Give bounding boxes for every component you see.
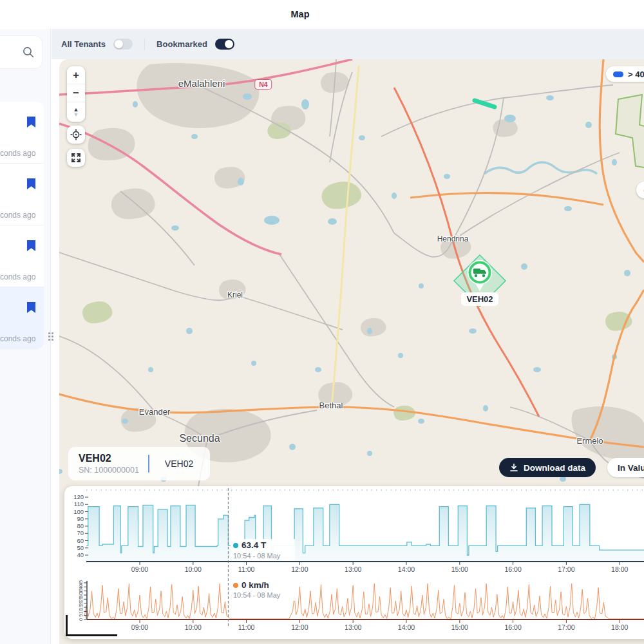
top-bar: Map — [0, 0, 644, 29]
search-input[interactable] — [0, 35, 43, 69]
svg-text:60: 60 — [77, 537, 84, 544]
svg-text:16:00: 16:00 — [504, 565, 521, 573]
svg-text:11:00: 11:00 — [238, 565, 255, 573]
speed-legend: > 40 — [606, 66, 644, 82]
svg-text:70: 70 — [77, 529, 84, 536]
sidebar-resize-handle[interactable] — [48, 332, 55, 344]
vehicle-card-list: conds ago conds ago conds ago conds ago — [0, 102, 44, 349]
speed-line — [85, 583, 644, 619]
vehicle-marker[interactable]: VEH02 — [454, 255, 506, 307]
svg-text:09:00: 09:00 — [131, 623, 148, 631]
legend-text: > 40 — [628, 70, 644, 79]
vehicle-list-item[interactable]: conds ago — [0, 102, 44, 164]
speed-tooltip-value: 0 km/h — [242, 580, 269, 590]
bookmark-icon[interactable] — [26, 240, 36, 252]
locate-button[interactable] — [67, 126, 85, 144]
fullscreen-icon — [71, 153, 81, 163]
legend-color-pill — [613, 71, 623, 77]
svg-text:12:00: 12:00 — [291, 623, 308, 631]
bookmark-icon[interactable] — [26, 178, 36, 190]
road-shield-n4: N4 — [254, 79, 272, 90]
locate-icon — [70, 129, 82, 140]
tilt-control-button[interactable]: ▲ ▼ — [67, 102, 85, 122]
in-values-label: In Values — [618, 463, 644, 473]
download-data-button[interactable]: Download data — [499, 458, 596, 477]
sidebar: conds ago conds ago conds ago conds ago — [0, 29, 51, 644]
zoom-control-group: + − ▲ ▼ — [67, 66, 85, 122]
payload-tooltip-time: 10:54 - 08 May — [233, 552, 281, 560]
last-seen-text: conds ago — [0, 272, 35, 281]
svg-text:45: 45 — [78, 580, 84, 585]
download-label: Download data — [524, 463, 585, 473]
speed-x-ticks: 09:0010:0011:0012:0013:0014:0015:0016:00… — [131, 620, 629, 631]
telemetry-chart-panel: 09:0010:0011:0012:0013:0014:0015:0016:00… — [64, 486, 644, 639]
vehicle-name: VEH02 — [79, 453, 139, 464]
search-icon — [23, 46, 34, 58]
tilt-down-icon: ▼ — [73, 112, 79, 117]
vehicle-serial: SN: 1000000001 — [79, 466, 139, 475]
map-label-emalahleni: eMalahleni — [178, 78, 225, 89]
page-title: Map — [0, 9, 600, 19]
tab-indicator — [148, 455, 149, 473]
svg-text:13:00: 13:00 — [345, 565, 361, 573]
svg-text:40: 40 — [77, 551, 84, 558]
svg-text:11:00: 11:00 — [238, 623, 255, 631]
svg-text:10:00: 10:00 — [185, 623, 202, 631]
svg-text:17:00: 17:00 — [558, 565, 574, 573]
svg-text:09:00: 09:00 — [131, 565, 148, 573]
download-icon — [509, 463, 518, 472]
map-label-evander: Evander — [139, 407, 170, 417]
map-label-bethal: Bethal — [319, 401, 343, 410]
zoom-out-button[interactable]: − — [67, 84, 85, 102]
vehicle-list-item-selected[interactable]: conds ago — [0, 287, 44, 349]
all-tenants-label: All Tenants — [61, 39, 106, 49]
svg-text:17:00: 17:00 — [558, 623, 574, 631]
svg-text:14:00: 14:00 — [398, 565, 415, 573]
svg-text:50: 50 — [77, 544, 84, 551]
vehicle-marker-label: VEH02 — [466, 294, 493, 304]
svg-text:100: 100 — [73, 508, 84, 515]
vehicle-list-item[interactable]: conds ago — [0, 225, 44, 287]
charts-svg[interactable]: 09:0010:0011:0012:0013:0014:0015:0016:00… — [64, 486, 644, 639]
svg-text:16:00: 16:00 — [504, 623, 521, 631]
svg-text:80: 80 — [77, 522, 84, 529]
svg-text:18:00: 18:00 — [611, 565, 628, 573]
vehicle-tab[interactable]: VEH02 — [158, 459, 200, 469]
bookmarked-label: Bookmarked — [156, 39, 207, 49]
svg-text:13:00: 13:00 — [345, 623, 361, 631]
payload-x-ticks: 09:0010:0011:0012:0013:0014:0015:0016:00… — [131, 562, 629, 573]
in-values-button[interactable]: In Values — [607, 458, 644, 477]
payload-area — [86, 504, 644, 562]
payload-tooltip-value: 63.4 T — [242, 540, 267, 550]
map-label-kriel: Kriel — [227, 290, 243, 299]
map-label-ermelo: Ermelo — [576, 436, 603, 446]
vehicle-info-card: VEH02 SN: 1000000001 VEH02 — [68, 447, 210, 480]
svg-text:15:00: 15:00 — [451, 623, 468, 631]
vehicle-list-item[interactable]: conds ago — [0, 164, 44, 225]
map-label-secunda: Secunda — [179, 433, 220, 444]
all-tenants-toggle[interactable] — [113, 39, 133, 50]
filter-bar: All Tenants Bookmarked — [52, 29, 644, 59]
last-seen-text: conds ago — [0, 334, 35, 343]
payload-y-ticks: 405060708090100110120 — [73, 493, 88, 558]
speed-tooltip: 0 km/h 10:54 - 08 May — [231, 579, 295, 601]
divider — [144, 39, 145, 50]
route-highlight-segment — [475, 100, 495, 107]
bookmark-icon[interactable] — [26, 116, 36, 128]
svg-text:18:00: 18:00 — [611, 623, 628, 631]
svg-text:15:00: 15:00 — [451, 565, 468, 573]
zoom-in-button[interactable]: + — [67, 66, 85, 84]
svg-text:12:00: 12:00 — [291, 565, 308, 573]
fullscreen-button[interactable] — [67, 149, 85, 167]
svg-text:90: 90 — [77, 515, 84, 522]
last-seen-text: conds ago — [0, 211, 35, 220]
svg-text:10:00: 10:00 — [185, 565, 202, 573]
bookmarked-toggle[interactable] — [215, 39, 234, 50]
speed-tooltip-time: 10:54 - 08 May — [233, 591, 281, 599]
svg-text:110: 110 — [74, 500, 84, 507]
bookmark-icon[interactable] — [26, 301, 36, 314]
payload-tooltip: 63.4 T 10:54 - 08 May — [231, 539, 295, 561]
map-label-hendrina: Hendrina — [437, 234, 469, 243]
svg-text:120: 120 — [73, 493, 84, 500]
selection-corner-bracket — [66, 615, 117, 636]
